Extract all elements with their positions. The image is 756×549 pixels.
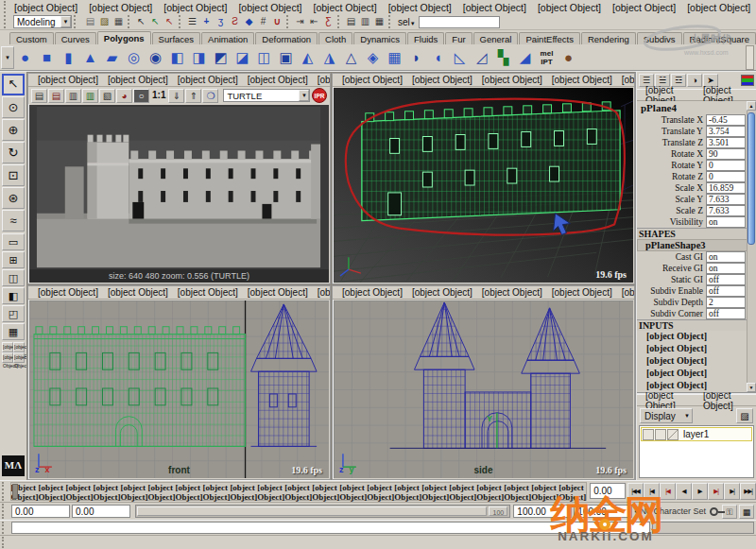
panel-menu-item[interactable]: [object Object] <box>547 287 617 298</box>
input-node[interactable]: [object Object] <box>637 368 756 380</box>
drag-handle[interactable] <box>2 482 8 501</box>
channel-value-field[interactable]: 0 <box>706 160 746 171</box>
snap-to-grids-icon[interactable]: + <box>199 15 214 28</box>
animation-preferences-button[interactable]: ▦ <box>739 505 754 519</box>
panel-menu-item[interactable]: [object Object] <box>337 75 407 85</box>
poly-cylinder-icon[interactable]: ▮ <box>58 46 79 69</box>
panel-menu-item[interactable]: [object Object] <box>313 75 331 85</box>
time-slider-track[interactable]: [object Object][object Object][object Ob… <box>10 482 588 501</box>
channel-value-field[interactable]: 3.754 <box>706 126 746 137</box>
panel-menu-item[interactable]: [object Object] <box>547 75 617 85</box>
snap-to-planes-icon[interactable]: ◆ <box>242 15 256 28</box>
snap-magnet-icon[interactable]: ∪ <box>270 15 284 28</box>
layer-row[interactable]: layer1 <box>641 427 752 441</box>
crease-tool-icon[interactable]: ◖ <box>427 46 449 69</box>
split-polygon-icon[interactable]: ◩ <box>210 46 232 69</box>
step-forward-frame-button[interactable]: ▶| <box>724 483 740 500</box>
input-node[interactable]: [object Object] <box>637 331 756 343</box>
panel-menu-item[interactable]: [object Object] <box>617 287 635 298</box>
menu-item[interactable]: [object Object] <box>9 2 83 13</box>
layer-type-toggle[interactable] <box>667 429 679 440</box>
character-set-menu[interactable]: ● No Character Set <box>634 506 722 516</box>
channel-value-field[interactable]: on <box>706 263 746 274</box>
poly-sphere-icon[interactable]: ● <box>14 46 36 69</box>
remove-image-icon[interactable]: ⇑ <box>185 89 201 103</box>
range-slider-track[interactable]: 100 <box>135 505 510 518</box>
menu-item[interactable]: [object Object] <box>607 2 681 13</box>
shape-node-name[interactable]: pPlaneShape3 <box>637 239 756 251</box>
panel-menu-item[interactable]: [object Object] <box>33 75 103 85</box>
merge-vertex-icon[interactable]: ◪ <box>232 46 253 69</box>
channel-value-field[interactable]: 90 <box>706 148 746 160</box>
panel-menu-item[interactable]: [object Object] <box>407 287 477 298</box>
layout-mini-dropdown[interactable]: [object Object] <box>2 342 13 352</box>
two-pane-layout-button[interactable]: ◫ <box>2 269 25 286</box>
mirror-geometry-icon[interactable]: ◮ <box>318 46 340 69</box>
scroll-down-icon[interactable]: ▼ <box>747 383 756 392</box>
render-current-frame-icon[interactable]: ▤ <box>344 15 358 28</box>
select-hierarchy-icon[interactable]: ↖ <box>134 15 148 28</box>
shelf-tab[interactable]: Deformation <box>255 32 318 44</box>
append-polygon-icon[interactable]: ◺ <box>449 46 471 69</box>
side-view-panel[interactable]: [object Object][object Object][object Ob… <box>332 285 635 480</box>
redo-previous-ipr-icon[interactable]: ▥ <box>82 89 98 103</box>
layer-playback-toggle[interactable] <box>655 429 666 440</box>
rgb-channels-icon[interactable]: ◕ <box>116 89 132 103</box>
render-frame-icon[interactable]: ▤ <box>31 89 47 103</box>
shelf-tab[interactable]: Subdivs <box>637 32 682 44</box>
panel-menu-item[interactable]: [object Object] <box>103 75 173 85</box>
channel-value-field[interactable]: 3.501 <box>706 137 746 148</box>
poly-cone-icon[interactable]: ▲ <box>79 46 101 69</box>
shelf-tab[interactable]: PaintEffects <box>519 32 580 44</box>
channel-value-field[interactable]: on <box>706 251 746 263</box>
menu-item[interactable]: [object Object] <box>532 2 607 13</box>
keep-image-icon[interactable]: ⇓ <box>168 89 184 103</box>
quick-select-input[interactable] <box>419 16 500 28</box>
shelf-scrollbar[interactable] <box>746 45 754 70</box>
command-input[interactable] <box>11 522 650 534</box>
poke-face-icon[interactable]: ◈ <box>362 46 384 69</box>
extrude-face-icon[interactable]: ◧ <box>166 46 188 69</box>
animation-start-field[interactable]: 0.00 <box>11 505 70 518</box>
hypergraph-persp-layout-button[interactable]: ◰ <box>2 305 25 322</box>
separator[interactable] <box>388 15 393 28</box>
rotate-tool[interactable]: ↻ <box>2 142 25 163</box>
render-region-icon[interactable]: ▧ <box>99 89 115 103</box>
layer-name[interactable]: layer1 <box>679 429 709 439</box>
menu-set-dropdown[interactable]: Modeling ▼ <box>13 15 72 28</box>
drag-handle[interactable] <box>2 537 9 548</box>
mel-ipt-icon[interactable]: mel IPT <box>536 46 558 69</box>
soft-modification-tool[interactable]: ≈ <box>2 210 25 232</box>
combine-icon[interactable]: ▣ <box>275 46 297 69</box>
construction-history-icon[interactable]: Ƹ <box>321 15 335 28</box>
render-camera-dropdown[interactable]: TURTLE ▼ <box>223 89 310 102</box>
wedge-face-icon[interactable]: △ <box>340 46 362 69</box>
bevel-icon[interactable]: ◫ <box>253 46 275 69</box>
panel-menu-item[interactable]: [object Object] <box>243 287 313 298</box>
shelf-tab[interactable]: Custom <box>9 32 54 44</box>
scale-tool[interactable]: ⊡ <box>2 164 25 186</box>
layout-mini-dropdown[interactable]: [object Object] <box>13 342 25 352</box>
separator[interactable] <box>128 15 132 28</box>
channel-value-field[interactable]: -6.45 <box>706 114 746 126</box>
persp-graph-layout-button[interactable]: ▦ <box>2 323 25 340</box>
poly-plane-icon[interactable]: ▰ <box>101 46 123 69</box>
lasso-tool[interactable]: ⊙ <box>2 96 25 118</box>
shelf-tab[interactable]: Cloth <box>318 32 352 44</box>
menu-item[interactable]: [object Object] <box>383 2 457 13</box>
playback-end-field[interactable]: 100.00 <box>513 505 572 518</box>
panel-menu-item[interactable]: [object Object] <box>477 287 547 298</box>
subdiv-proxy-icon[interactable]: ▦ <box>384 46 405 69</box>
sculpt-tool-icon[interactable]: ◗ <box>405 46 427 69</box>
channel-node-name[interactable]: pPlane4 <box>637 101 756 114</box>
clay-icon[interactable]: ● <box>558 46 579 69</box>
drag-handle[interactable] <box>4 15 10 28</box>
step-forward-key-button[interactable]: ▶| <box>708 483 724 500</box>
channel-value-field[interactable]: off <box>706 274 746 285</box>
channel-value-field[interactable]: 2 <box>706 297 746 308</box>
select-object-icon[interactable]: ↖ <box>148 15 163 28</box>
redo-previous-render-icon[interactable]: ▤ <box>48 89 64 103</box>
one-to-one-label[interactable]: 1:1 <box>150 89 167 103</box>
menu-item[interactable]: [object Object] <box>83 2 158 13</box>
animation-end-field[interactable]: 100.00 <box>574 505 632 518</box>
